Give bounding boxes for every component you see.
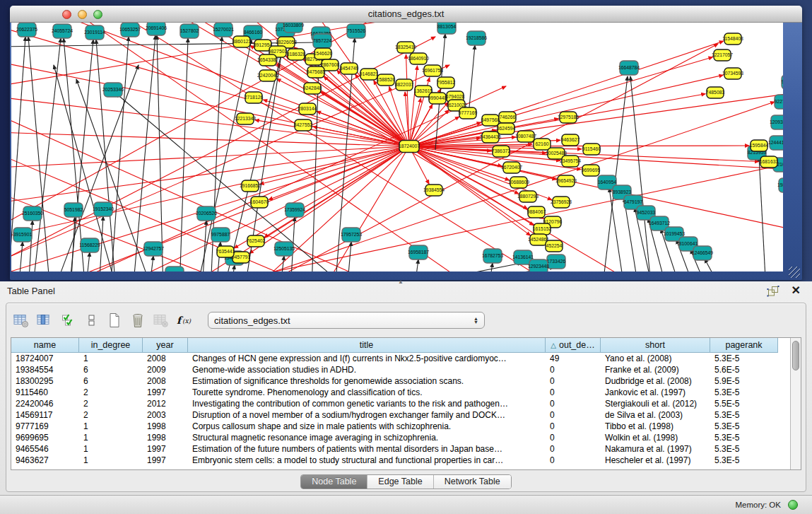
table-mode-icon[interactable]	[12, 310, 30, 330]
graph-node[interactable]: 7386372	[492, 146, 511, 157]
graph-node[interactable]: 9884067	[527, 206, 546, 218]
table-row[interactable]: 1872400712008Changes of HCN gene express…	[11, 353, 790, 364]
scrollbar-thumb[interactable]	[792, 341, 799, 370]
graph-node[interactable]: 9699695	[582, 165, 601, 176]
graph-node[interactable]: 9242848	[303, 83, 322, 94]
graph-node[interactable]: 16782753	[482, 249, 503, 263]
table-row[interactable]: 1830029562008Estimation of significance …	[11, 375, 790, 387]
graph-node[interactable]: 1681633	[760, 156, 779, 168]
graph-node[interactable]: 10807487	[515, 131, 536, 142]
graph-node[interactable]: 22420046	[257, 70, 278, 81]
select-columns-icon[interactable]	[59, 310, 77, 330]
table-vertical-scrollbar[interactable]	[790, 338, 801, 469]
tab-edge-table[interactable]: Edge Table	[367, 475, 433, 489]
graph-node[interactable]: 12217057	[712, 49, 733, 61]
graph-node[interactable]: 16958187	[408, 245, 429, 259]
graph-node[interactable]: 24364436	[480, 132, 501, 143]
graph-node[interactable]: 23019114	[84, 25, 105, 40]
graph-node[interactable]: 23495754	[560, 156, 581, 167]
table-row[interactable]: 1456911722003Disruption of a novel membe…	[11, 409, 790, 421]
graph-node[interactable]: 25160350	[22, 206, 43, 221]
graph-node[interactable]: 20622375	[16, 23, 37, 37]
graph-node[interactable]: 8427552	[294, 119, 313, 131]
graph-node[interactable]: 16648784	[618, 61, 640, 75]
graph-node[interactable]: 1615152	[533, 223, 552, 235]
graph-node[interactable]: 17359924	[284, 203, 305, 217]
graph-node[interactable]: 19166852	[240, 180, 261, 192]
graph-node[interactable]: 16961758	[422, 65, 443, 76]
graph-node[interactable]: 18640910	[408, 53, 429, 64]
graph-node[interactable]: 8454749	[340, 63, 359, 74]
graph-node[interactable]: 24055724	[52, 24, 73, 38]
column-header-short[interactable]: short	[601, 338, 710, 353]
graph-node[interactable]: 1546620	[314, 48, 333, 59]
graph-node[interactable]: 7485083	[706, 87, 725, 98]
graph-node[interactable]: 8813054	[437, 23, 457, 34]
graph-node[interactable]: 12975185	[558, 112, 579, 123]
graph-node[interactable]: 1733426	[547, 255, 566, 269]
graph-node[interactable]: 16720407	[501, 162, 522, 173]
graph-node[interactable]: 18724007	[399, 141, 420, 153]
graph-node[interactable]: 1527802	[180, 24, 199, 38]
graph-node[interactable]: 1595844	[750, 140, 769, 151]
graph-node[interactable]: 9329966	[782, 75, 783, 89]
graph-node[interactable]: 23756928	[551, 197, 572, 208]
column-header-in-degree[interactable]: in_degree	[79, 338, 143, 353]
graph-node[interactable]: 9227343	[775, 95, 783, 109]
table-selector-dropdown[interactable]: citations_edges.txt ▲▼	[208, 312, 485, 329]
graph-node[interactable]: 6497568	[481, 115, 500, 126]
table-row[interactable]: 977716911998Corpus callosum shape and si…	[11, 421, 790, 432]
network-canvas-svg[interactable]: 2062237524055724230191141065325720691406…	[11, 23, 783, 271]
graph-node[interactable]: 20253346	[102, 83, 124, 97]
network-canvas[interactable]: 2062237524055724230191141065325720691406…	[11, 23, 783, 271]
graph-node[interactable]: 15270021	[213, 23, 234, 37]
show-columns-icon[interactable]	[35, 310, 54, 330]
delete-column-icon[interactable]	[129, 310, 147, 330]
graph-node[interactable]: 3915901	[13, 228, 33, 242]
new-column-icon[interactable]	[105, 310, 124, 330]
graph-node[interactable]: 9146821	[360, 69, 379, 80]
graph-node[interactable]: 1604670	[250, 197, 269, 208]
float-panel-icon[interactable]	[767, 286, 779, 297]
graph-node[interactable]: 12942757	[143, 242, 164, 256]
network-view-window[interactable]: citations_edges.txt 20622375240557242301…	[10, 6, 802, 280]
function-builder-icon[interactable]: f(x)	[175, 310, 194, 330]
graph-node[interactable]: 16543382	[257, 54, 278, 66]
splitter-handle-icon[interactable]: ▲	[398, 279, 404, 285]
graph-node[interactable]: 20691406	[146, 23, 167, 35]
graph-node[interactable]: 10688609	[508, 177, 529, 188]
graph-node[interactable]: 9990448	[428, 93, 447, 104]
graph-node[interactable]: 9777169	[459, 107, 478, 119]
graph-node[interactable]: 1588520	[377, 74, 396, 86]
graph-node[interactable]: 19892971	[777, 178, 783, 192]
graph-node[interactable]: 8186328	[287, 49, 306, 60]
column-header-title[interactable]: title	[188, 338, 546, 353]
graph-node[interactable]: 2718126	[245, 92, 264, 103]
graph-node[interactable]: 16033809	[283, 23, 304, 33]
graph-node[interactable]: 12466549	[692, 246, 713, 260]
graph-node[interactable]: 5051982	[64, 203, 83, 217]
graph-node[interactable]: 12213343	[235, 113, 256, 124]
column-header-pagerank[interactable]: pagerank	[710, 338, 778, 353]
graph-node[interactable]: 10734593	[722, 68, 743, 79]
table-row[interactable]: 911546021997Tourette syndrome. Phenomeno…	[11, 387, 790, 398]
graph-node[interactable]: 19654923	[555, 175, 577, 187]
graph-node[interactable]: 12923448	[528, 259, 549, 271]
table-row[interactable]: 946554611997Estimation of the future num…	[11, 443, 790, 455]
graph-node[interactable]: 7955812	[437, 77, 456, 88]
column-header-name[interactable]: name	[11, 338, 79, 353]
graph-node[interactable]: 18325419	[395, 42, 416, 53]
graph-node[interactable]: 7635441	[216, 246, 235, 257]
graph-node[interactable]: 12444151	[768, 136, 783, 150]
column-header-year[interactable]: year	[143, 338, 188, 353]
graph-node[interactable]: 19384554	[423, 185, 445, 196]
graph-node[interactable]: 452254	[546, 240, 563, 252]
graph-node[interactable]: 7234562	[165, 267, 184, 271]
graph-node[interactable]: 9115460	[582, 144, 601, 155]
column-header-out-de-[interactable]: △out_de…	[546, 338, 601, 353]
graph-node[interactable]: 17957253	[341, 228, 362, 242]
window-resize-grip[interactable]	[789, 267, 800, 278]
table-row[interactable]: 946362711997Embryonic stem cells: a mode…	[11, 455, 790, 466]
graph-node[interactable]: 62160	[534, 139, 551, 150]
graph-node[interactable]: 8860123	[233, 36, 252, 47]
